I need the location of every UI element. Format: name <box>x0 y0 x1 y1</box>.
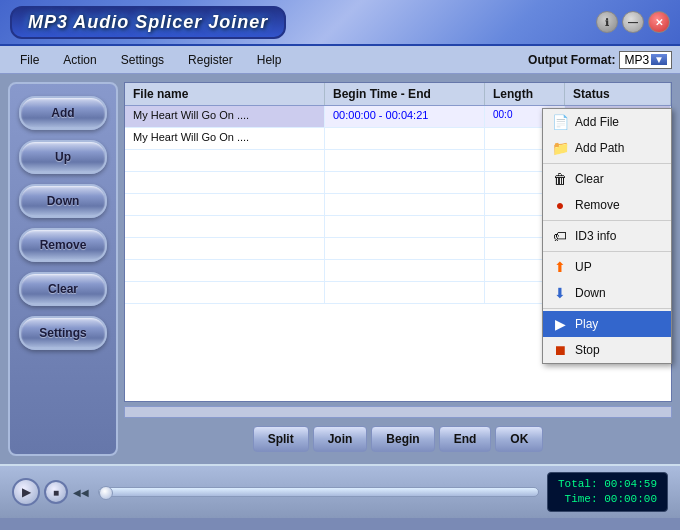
total-label: Total: <box>558 478 598 490</box>
stop-button[interactable]: ■ <box>44 480 68 504</box>
ctx-down[interactable]: ⬇ Down <box>543 280 671 306</box>
dropdown-arrow-icon: ▼ <box>651 54 667 65</box>
play-icon: ▶ <box>551 315 569 333</box>
play-button[interactable]: ▶ <box>12 478 40 506</box>
clear-button[interactable]: Clear <box>19 272 107 306</box>
seek-prev-icon[interactable]: ◀◀ <box>72 483 90 501</box>
current-time-row: Time: 00:00:00 <box>558 492 657 507</box>
player-bar: ▶ ■ ◀◀ Total: 00:04:59 Time: 00:00:00 <box>0 464 680 518</box>
content-area: File name Begin Time - End Length Status… <box>124 82 672 456</box>
down-icon: ⬇ <box>551 284 569 302</box>
col-filename: File name <box>125 83 325 105</box>
window-controls: ℹ — ✕ <box>596 11 670 33</box>
cell-time-1 <box>325 128 485 149</box>
ctx-add-path-label: Add Path <box>575 141 624 155</box>
total-time-row: Total: 00:04:59 <box>558 477 657 492</box>
ctx-play[interactable]: ▶ Play <box>543 311 671 337</box>
minimize-button[interactable]: — <box>622 11 644 33</box>
title-bar: MP3 Audio Splicer Joiner ℹ — ✕ <box>0 0 680 46</box>
progress-bar[interactable] <box>98 487 539 497</box>
cell-filename-0: My Heart Will Go On .... <box>125 106 325 127</box>
info-button[interactable]: ℹ <box>596 11 618 33</box>
col-time: Begin Time - End <box>325 83 485 105</box>
clear-icon: 🗑 <box>551 170 569 188</box>
app-title: MP3 Audio Splicer Joiner <box>10 6 286 39</box>
menu-settings[interactable]: Settings <box>109 49 176 71</box>
menu-register[interactable]: Register <box>176 49 245 71</box>
begin-button[interactable]: Begin <box>371 426 434 452</box>
up-button[interactable]: Up <box>19 140 107 174</box>
ctx-add-file-label: Add File <box>575 115 619 129</box>
main-area: Add Up Down Remove Clear Settings File n… <box>0 74 680 464</box>
output-format-value: MP3 <box>624 53 649 67</box>
col-status: Status <box>565 83 671 105</box>
horizontal-scrollbar[interactable] <box>124 406 672 418</box>
remove-icon: ● <box>551 196 569 214</box>
ctx-add-path[interactable]: 📁 Add Path <box>543 135 671 161</box>
add-file-icon: 📄 <box>551 113 569 131</box>
end-button[interactable]: End <box>439 426 492 452</box>
output-format-label: Output Format: <box>528 53 615 67</box>
ctx-add-file[interactable]: 📄 Add File <box>543 109 671 135</box>
id3-icon: 🏷 <box>551 227 569 245</box>
time-label: Time: <box>565 493 598 505</box>
remove-button[interactable]: Remove <box>19 228 107 262</box>
bottom-buttons: Split Join Begin End OK <box>124 422 672 456</box>
play-controls: ▶ ■ ◀◀ <box>12 478 90 506</box>
current-time-value: 00:00:00 <box>604 493 657 505</box>
ctx-up[interactable]: ⬆ UP <box>543 254 671 280</box>
table-header: File name Begin Time - End Length Status <box>125 83 671 106</box>
ctx-separator-1 <box>543 163 671 164</box>
sidebar: Add Up Down Remove Clear Settings <box>8 82 118 456</box>
ctx-down-label: Down <box>575 286 606 300</box>
ctx-clear-label: Clear <box>575 172 604 186</box>
menu-action[interactable]: Action <box>51 49 108 71</box>
ctx-up-label: UP <box>575 260 592 274</box>
ctx-separator-4 <box>543 308 671 309</box>
ctx-stop[interactable]: ⏹ Stop <box>543 337 671 363</box>
down-button[interactable]: Down <box>19 184 107 218</box>
ctx-separator-2 <box>543 220 671 221</box>
ctx-play-label: Play <box>575 317 598 331</box>
cell-time-0: 00:00:00 - 00:04:21 <box>325 106 485 127</box>
menu-file[interactable]: File <box>8 49 51 71</box>
split-button[interactable]: Split <box>253 426 309 452</box>
close-button[interactable]: ✕ <box>648 11 670 33</box>
ctx-remove-label: Remove <box>575 198 620 212</box>
context-menu: 📄 Add File 📁 Add Path 🗑 Clear ● Remove 🏷… <box>542 108 672 364</box>
settings-button[interactable]: Settings <box>19 316 107 350</box>
join-button[interactable]: Join <box>313 426 368 452</box>
time-display: Total: 00:04:59 Time: 00:00:00 <box>547 472 668 513</box>
menu-help[interactable]: Help <box>245 49 294 71</box>
ctx-id3-info[interactable]: 🏷 ID3 info <box>543 223 671 249</box>
ctx-separator-3 <box>543 251 671 252</box>
output-format-select[interactable]: MP3 ▼ <box>619 51 672 69</box>
ctx-id3-label: ID3 info <box>575 229 616 243</box>
ctx-remove[interactable]: ● Remove <box>543 192 671 218</box>
total-time-value: 00:04:59 <box>604 478 657 490</box>
ctx-stop-label: Stop <box>575 343 600 357</box>
ok-button[interactable]: OK <box>495 426 543 452</box>
stop-icon: ⏹ <box>551 341 569 359</box>
add-button[interactable]: Add <box>19 96 107 130</box>
add-path-icon: 📁 <box>551 139 569 157</box>
output-format-section: Output Format: MP3 ▼ <box>528 51 672 69</box>
up-icon: ⬆ <box>551 258 569 276</box>
col-length: Length <box>485 83 565 105</box>
cell-filename-1: My Heart Will Go On .... <box>125 128 325 149</box>
menu-bar: File Action Settings Register Help Outpu… <box>0 46 680 74</box>
ctx-clear[interactable]: 🗑 Clear <box>543 166 671 192</box>
progress-thumb[interactable] <box>99 486 113 500</box>
